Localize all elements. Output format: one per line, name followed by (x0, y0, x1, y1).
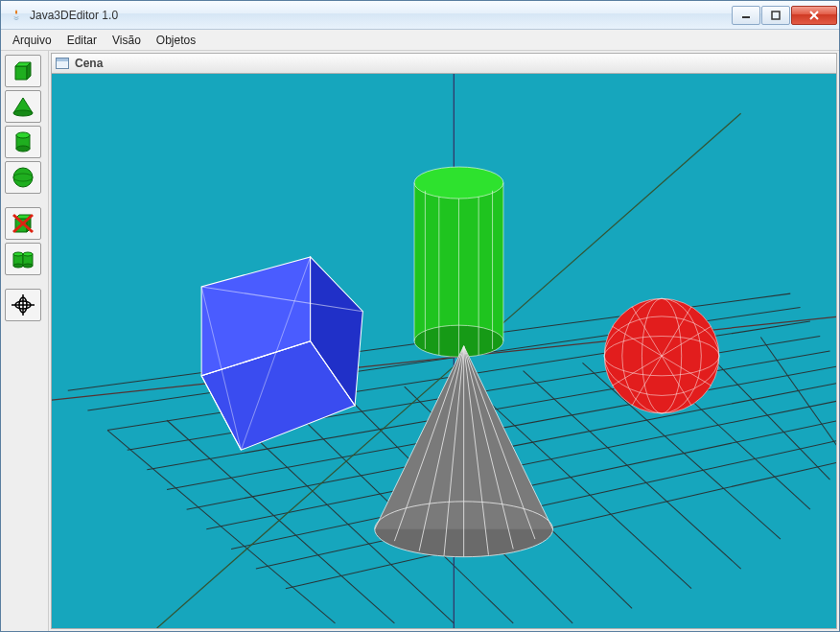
tool-cylinder[interactable] (5, 126, 41, 158)
svg-marker-4 (15, 66, 27, 80)
svg-line-36 (256, 440, 836, 569)
panel-title-text: Cena (75, 57, 103, 70)
window-title: Java3DEditor 1.0 (30, 9, 732, 22)
java-icon (9, 8, 24, 23)
svg-rect-1 (772, 12, 780, 19)
panel-titlebar[interactable]: Cena (51, 53, 837, 74)
viewport-3d[interactable] (51, 74, 837, 629)
svg-point-8 (13, 110, 33, 116)
maximize-button[interactable] (761, 6, 790, 25)
menu-objetos[interactable]: Objetos (149, 32, 203, 49)
titlebar[interactable]: Java3DEditor 1.0 (1, 1, 839, 30)
cube-icon (10, 59, 36, 83)
axis-icon (10, 293, 36, 317)
svg-point-11 (16, 146, 30, 152)
menu-editar[interactable]: Editar (59, 32, 105, 49)
client-area: Cena (1, 51, 839, 631)
svg-line-37 (286, 462, 836, 589)
toolbar (1, 51, 49, 631)
svg-point-23 (23, 252, 33, 256)
scene-sphere (604, 298, 719, 413)
svg-line-51 (760, 338, 836, 451)
svg-line-50 (701, 347, 829, 480)
tool-cube[interactable] (5, 55, 41, 87)
clone-icon (10, 246, 36, 271)
svg-point-24 (23, 264, 33, 268)
tool-axis[interactable] (5, 289, 41, 321)
window-controls (732, 6, 837, 25)
app-window: Java3DEditor 1.0 Arquivo Editar Visão Ob… (0, 0, 840, 632)
menubar: Arquivo Editar Visão Objetos (1, 30, 839, 51)
scene-cube (201, 257, 362, 450)
svg-point-12 (13, 168, 33, 187)
svg-point-10 (16, 132, 30, 138)
close-button[interactable] (791, 6, 837, 25)
menu-visao[interactable]: Visão (105, 32, 149, 49)
sphere-icon (10, 165, 36, 190)
scene-svg (52, 74, 836, 628)
viewport-panel: Cena (49, 51, 839, 631)
svg-marker-6 (27, 62, 31, 80)
minimize-button[interactable] (732, 6, 760, 25)
svg-point-20 (13, 252, 23, 256)
delete-icon (10, 211, 36, 236)
tool-cone[interactable] (5, 90, 41, 123)
svg-line-40 (107, 431, 335, 623)
tool-sphere[interactable] (5, 161, 41, 194)
panel-icon (56, 58, 69, 69)
menu-arquivo[interactable]: Arquivo (5, 32, 59, 49)
svg-point-21 (13, 264, 23, 268)
cylinder-icon (10, 129, 36, 154)
cone-icon (10, 94, 36, 119)
scene-cylinder (414, 167, 503, 357)
tool-clone[interactable] (5, 243, 41, 275)
tool-delete[interactable] (5, 207, 41, 240)
